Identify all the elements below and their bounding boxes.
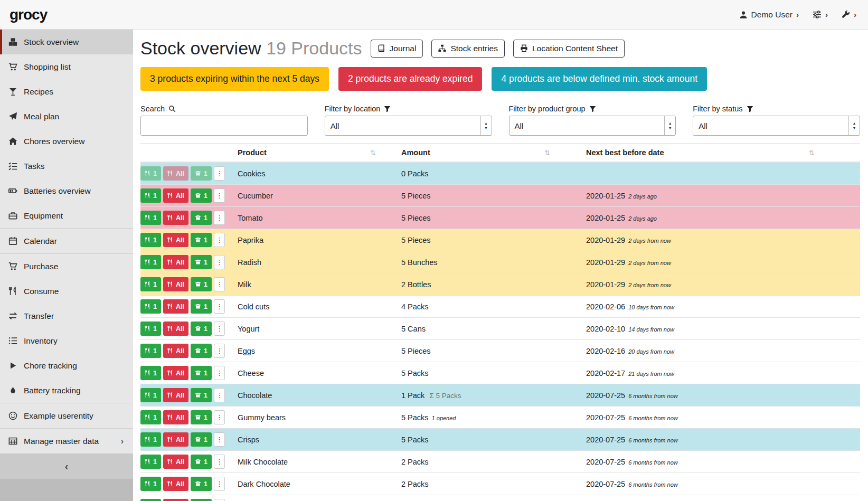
consume-one-button[interactable]: 1 <box>140 255 161 269</box>
consume-all-button[interactable]: All <box>163 322 188 336</box>
sidebar-item-recipes[interactable]: Recipes <box>0 79 133 104</box>
consume-all-button[interactable]: All <box>163 366 188 380</box>
row-menu-button[interactable]: ⋮ <box>214 211 225 225</box>
open-one-button[interactable]: 1 <box>191 455 212 469</box>
sort-icon[interactable]: ⇅ <box>809 149 815 157</box>
date-column-header[interactable]: Next best before date⇅ <box>582 144 860 163</box>
app-logo[interactable]: grocy <box>10 6 47 23</box>
product-group-select[interactable]: All ▲▼ <box>509 116 676 136</box>
location-select[interactable]: All ▲▼ <box>325 116 492 136</box>
consume-one-button[interactable]: 1 <box>140 455 161 469</box>
row-menu-button[interactable]: ⋮ <box>214 188 225 203</box>
open-one-button[interactable]: 1 <box>191 344 212 358</box>
consume-one-button[interactable]: 1 <box>140 277 161 291</box>
row-menu-button[interactable]: ⋮ <box>214 277 225 291</box>
open-one-button[interactable]: 1 <box>191 166 212 181</box>
open-one-button[interactable]: 1 <box>191 477 212 491</box>
row-menu-button[interactable]: ⋮ <box>214 432 225 447</box>
sidebar-item-manage-master-data[interactable]: Manage master data › <box>0 429 133 453</box>
sort-icon[interactable]: ⇅ <box>544 149 550 157</box>
consume-all-button[interactable]: All <box>163 455 188 469</box>
row-menu-button[interactable]: ⋮ <box>214 255 225 269</box>
open-one-button[interactable]: 1 <box>191 322 212 336</box>
consume-one-button[interactable]: 1 <box>140 366 161 380</box>
open-one-button[interactable]: 1 <box>191 366 212 380</box>
consume-one-button[interactable]: 1 <box>140 388 161 402</box>
consume-one-button[interactable]: 1 <box>140 322 161 336</box>
consume-all-button[interactable]: All <box>163 432 188 447</box>
settings-menu[interactable]: › <box>813 10 828 19</box>
row-menu-button[interactable]: ⋮ <box>214 410 225 424</box>
row-menu-button[interactable]: ⋮ <box>214 388 225 402</box>
open-one-button[interactable]: 1 <box>191 233 212 247</box>
open-one-button[interactable]: 1 <box>191 255 212 269</box>
consume-one-button[interactable]: 1 <box>140 166 161 181</box>
open-one-button[interactable]: 1 <box>191 388 212 402</box>
status-banner[interactable]: 2 products are already expired <box>338 67 482 91</box>
sidebar-item-consume[interactable]: Consume <box>0 279 133 304</box>
consume-all-button[interactable]: All <box>163 255 188 269</box>
consume-one-button[interactable]: 1 <box>140 211 161 225</box>
sort-icon[interactable]: ⇅ <box>370 149 376 157</box>
consume-all-button[interactable]: All <box>163 344 188 358</box>
sidebar-item-example-userentity[interactable]: Example userentity <box>0 403 133 428</box>
sidebar-item-meal-plan[interactable]: Meal plan <box>0 104 133 129</box>
sidebar-item-equipment[interactable]: Equipment <box>0 203 133 228</box>
sidebar-item-tasks[interactable]: Tasks <box>0 154 133 178</box>
sidebar-item-chore-tracking[interactable]: Chore tracking <box>0 353 133 378</box>
consume-all-button[interactable]: All <box>163 277 188 291</box>
search-input[interactable] <box>140 116 308 136</box>
open-one-button[interactable]: 1 <box>191 277 212 291</box>
sidebar-item-transfer[interactable]: Transfer <box>0 304 133 328</box>
admin-menu[interactable]: › <box>842 10 856 19</box>
row-menu-button[interactable]: ⋮ <box>214 499 225 501</box>
status-banner[interactable]: 4 products are below defined min. stock … <box>492 67 707 91</box>
row-menu-button[interactable]: ⋮ <box>214 233 225 247</box>
status-select[interactable]: All ▲▼ <box>693 116 860 136</box>
consume-all-button[interactable]: All <box>163 211 188 225</box>
consume-one-button[interactable]: 1 <box>140 299 161 314</box>
row-menu-button[interactable]: ⋮ <box>214 366 225 380</box>
sidebar-item-batteries-overview[interactable]: Batteries overview <box>0 178 133 203</box>
consume-one-button[interactable]: 1 <box>140 188 161 203</box>
row-menu-button[interactable]: ⋮ <box>214 166 225 181</box>
consume-all-button[interactable]: All <box>163 233 188 247</box>
product-column-header[interactable]: Product⇅ <box>233 144 397 163</box>
consume-one-button[interactable]: 1 <box>140 432 161 447</box>
row-menu-button[interactable]: ⋮ <box>214 477 225 491</box>
user-menu[interactable]: Demo User › <box>739 10 799 20</box>
open-one-button[interactable]: 1 <box>191 432 212 447</box>
consume-all-button[interactable]: All <box>163 188 188 203</box>
sidebar-item-inventory[interactable]: Inventory <box>0 328 133 353</box>
sidebar-item-stock-overview[interactable]: Stock overview <box>0 30 133 54</box>
consume-all-button[interactable]: All <box>163 499 188 501</box>
consume-all-button[interactable]: All <box>163 477 188 491</box>
sidebar-collapse-button[interactable]: ‹ <box>0 453 133 479</box>
open-one-button[interactable]: 1 <box>191 211 212 225</box>
row-menu-button[interactable]: ⋮ <box>214 299 225 314</box>
sidebar-item-battery-tracking[interactable]: Battery tracking <box>0 378 133 403</box>
row-menu-button[interactable]: ⋮ <box>214 344 225 358</box>
consume-all-button[interactable]: All <box>163 410 188 424</box>
consume-one-button[interactable]: 1 <box>140 410 161 424</box>
consume-one-button[interactable]: 1 <box>140 477 161 491</box>
row-menu-button[interactable]: ⋮ <box>214 322 225 336</box>
consume-one-button[interactable]: 1 <box>140 233 161 247</box>
open-one-button[interactable]: 1 <box>191 499 212 501</box>
amount-column-header[interactable]: Amount⇅ <box>397 144 582 163</box>
open-one-button[interactable]: 1 <box>191 299 212 314</box>
location-content-sheet-button[interactable]: Location Content Sheet <box>513 40 625 58</box>
sidebar-item-calendar[interactable]: Calendar <box>0 229 133 253</box>
row-menu-button[interactable]: ⋮ <box>214 455 225 469</box>
open-one-button[interactable]: 1 <box>191 188 212 203</box>
sidebar-item-chores-overview[interactable]: Chores overview <box>0 129 133 154</box>
sidebar-item-shopping-list[interactable]: Shopping list <box>0 54 133 79</box>
consume-all-button[interactable]: All <box>163 388 188 402</box>
consume-one-button[interactable]: 1 <box>140 344 161 358</box>
journal-button[interactable]: Journal <box>371 40 423 58</box>
stock-entries-button[interactable]: Stock entries <box>431 40 505 58</box>
consume-all-button[interactable]: All <box>163 166 188 181</box>
status-banner[interactable]: 3 products expiring within the next 5 da… <box>140 67 329 91</box>
sidebar-item-purchase[interactable]: Purchase <box>0 254 133 279</box>
consume-one-button[interactable]: 1 <box>140 499 161 501</box>
